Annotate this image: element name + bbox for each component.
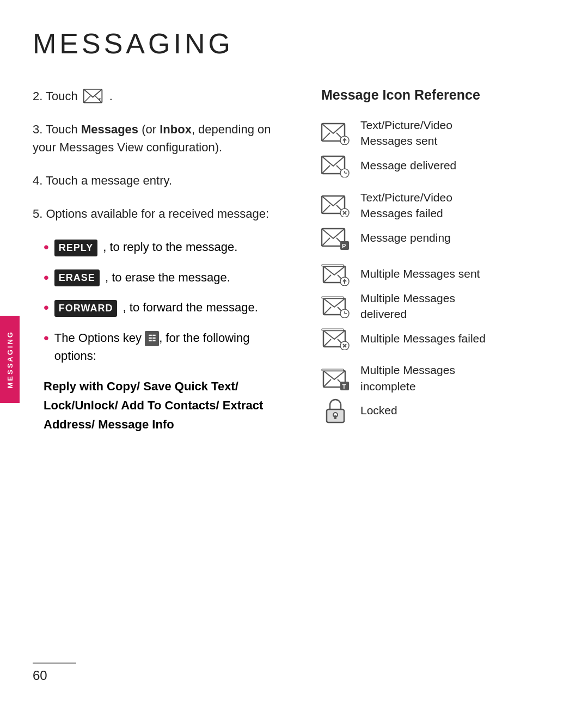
multi-sent-text: Multiple Messages sent <box>360 266 480 281</box>
step-2: 2. Touch . <box>33 87 294 105</box>
svg-rect-49 <box>322 369 344 371</box>
forward-button-label: FORWARD <box>54 300 118 317</box>
side-tab: MESSAGING <box>0 316 20 403</box>
multi-failed-text: Multiple Messages failed <box>360 330 486 346</box>
bottom-bar: 60 <box>33 663 588 683</box>
step-5: 5. Options available for a received mess… <box>33 205 294 223</box>
svg-rect-42 <box>322 329 344 330</box>
multi-sent-icon <box>321 262 350 286</box>
side-tab-label: MESSAGING <box>6 330 14 388</box>
icon-reference-title: Message Icon Reference <box>321 87 588 103</box>
icon-ref-multi-delivered: Multiple Messagesdelivered <box>321 290 588 322</box>
delivered-text: Message delivered <box>360 157 456 173</box>
locked-text: Locked <box>360 402 397 418</box>
bullet-forward: • FORWARD , to forward the message. <box>44 298 294 317</box>
bullet-options: • The Options key ☷, for the following o… <box>44 329 294 365</box>
icon-ref-delivered: Message delivered <box>321 154 588 177</box>
bold-options-block: Reply with Copy/ Save Quick Text/ Lock/U… <box>44 377 294 434</box>
svg-rect-35 <box>322 297 344 298</box>
svg-text:P: P <box>342 243 346 249</box>
failed-icon <box>321 193 350 217</box>
touch-icon <box>83 89 104 104</box>
icon-ref-locked: Locked <box>321 399 588 422</box>
locked-icon <box>321 399 350 422</box>
pending-icon: P <box>321 226 350 250</box>
multi-failed-icon <box>321 326 350 350</box>
svg-rect-29 <box>322 265 344 266</box>
bullet-dot-1: • <box>44 238 49 256</box>
bullet-dot-2: • <box>44 268 49 287</box>
icon-ref-multi-failed: Multiple Messages failed <box>321 326 588 350</box>
icon-ref-multi-sent: Multiple Messages sent <box>321 262 588 286</box>
sent-icon <box>321 121 350 145</box>
bullet-reply: • REPLY , to reply to the message. <box>44 238 294 256</box>
step-3: 3. Touch Messages (or Inbox, depending o… <box>33 120 294 156</box>
pending-text: Message pending <box>360 230 451 246</box>
svg-rect-54 <box>334 415 336 419</box>
step-4: 4. Touch a message entry. <box>33 171 294 189</box>
icon-ref-sent: Text/Picture/VideoMessages sent <box>321 117 588 149</box>
delivered-icon <box>321 154 350 177</box>
options-key-icon: ☷ <box>145 331 159 346</box>
bullet-list: • REPLY , to reply to the message. • ERA… <box>44 238 294 365</box>
multi-incomplete-icon: T <box>321 366 350 390</box>
step-4-text: 4. <box>33 174 42 187</box>
page-number: 60 <box>33 668 588 683</box>
step-3-number: 3. Touch Messages (or Inbox, depending o… <box>33 122 271 154</box>
page-title: MESSAGING <box>33 27 588 60</box>
bullet-dot-4: • <box>44 329 49 347</box>
icon-reference-list: Text/Picture/VideoMessages sent <box>321 117 588 427</box>
icon-ref-failed: Text/Picture/VideoMessages failed <box>321 189 588 222</box>
right-column: Message Icon Reference <box>305 87 588 434</box>
bottom-line <box>33 663 76 664</box>
reply-button-label: REPLY <box>54 240 97 256</box>
bullet-erase: • ERASE , to erase the message. <box>44 268 294 287</box>
sent-text: Text/Picture/VideoMessages sent <box>360 117 452 149</box>
step-2-number: 2. Touch <box>33 87 78 105</box>
multi-delivered-text: Multiple Messagesdelivered <box>360 290 455 322</box>
erase-button-label: ERASE <box>54 269 100 286</box>
left-column: 2. Touch . <box>33 87 305 434</box>
bullet-dot-3: • <box>44 298 49 317</box>
failed-text: Text/Picture/VideoMessages failed <box>360 189 452 222</box>
icon-ref-multi-incomplete: T Multiple Messagesincomplete <box>321 362 588 394</box>
multi-delivered-icon <box>321 294 350 318</box>
svg-text:T: T <box>342 383 346 390</box>
multi-incomplete-text: Multiple Messagesincomplete <box>360 362 455 394</box>
icon-ref-pending: P Message pending <box>321 226 588 250</box>
